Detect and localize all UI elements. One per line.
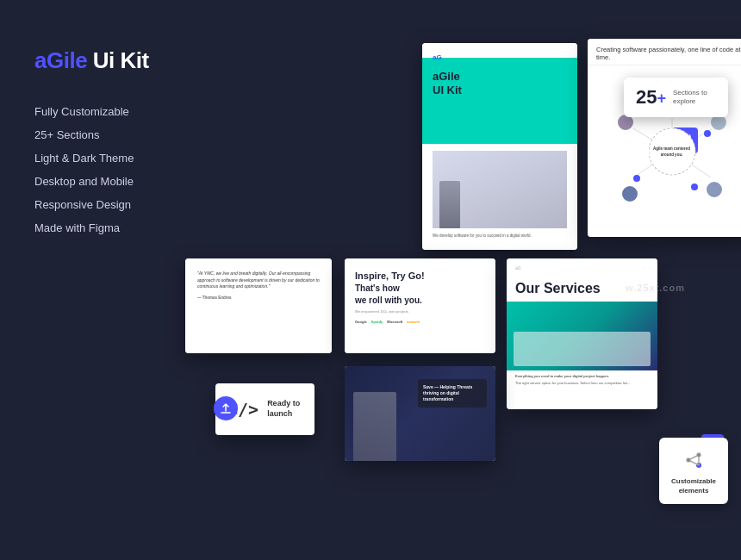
logo-google: Google bbox=[355, 320, 367, 324]
services-header: aG · · · bbox=[507, 258, 657, 277]
accent-dot-3 bbox=[691, 184, 698, 190]
feature-item: 25+ Sections bbox=[34, 123, 149, 146]
card-quote: "At YMC, we live and breath digitally. O… bbox=[185, 258, 332, 353]
card-main: Creating software passionately, one line… bbox=[588, 39, 741, 237]
logo-microsoft: Microsoft bbox=[387, 320, 402, 324]
feature-item: Fully Customizable bbox=[34, 100, 149, 123]
svg-line-11 bbox=[688, 455, 699, 460]
card-services: aG · · · Our Services Everything you nee… bbox=[507, 258, 657, 409]
photo-overlay-title: Save — Helping Threats thriving on digit… bbox=[423, 384, 482, 402]
card-brand: aG bbox=[433, 53, 442, 61]
badge-sections: 25 + Sections to explore bbox=[624, 78, 728, 117]
feature-list: Fully Customizable 25+ Sections Light & … bbox=[34, 100, 149, 240]
card-inspire-inner: Inspire, Try Go! That's howwe roll with … bbox=[345, 258, 495, 353]
quote-author: — Thomas Endres bbox=[197, 296, 320, 300]
watermark: w.25xt.com bbox=[626, 283, 685, 293]
svg-point-14 bbox=[687, 458, 690, 462]
accent-dot-2 bbox=[704, 130, 711, 137]
card-nav: · · · bbox=[561, 55, 567, 60]
logo-uikit: Ui Kit bbox=[87, 47, 149, 73]
badge-desc: Sections to explore bbox=[673, 89, 716, 107]
badge-plus: + bbox=[657, 90, 666, 108]
sidebar: aGile Ui Kit Fully Customizable 25+ Sect… bbox=[34, 47, 149, 240]
svg-line-12 bbox=[688, 460, 699, 465]
feature-item: Desktop and Mobile bbox=[34, 170, 149, 193]
custom-icon bbox=[680, 446, 707, 474]
badge-number: 25 bbox=[636, 86, 657, 109]
center-label: Agile team centered around you. bbox=[649, 146, 694, 158]
card-photo-inner: Save — Helping Threats thriving on digit… bbox=[345, 366, 495, 461]
quote-text: "At YMC, we live and breath digitally. O… bbox=[197, 271, 320, 290]
logo-agile: aGile bbox=[34, 47, 87, 73]
badge-custom: Customizable elements bbox=[659, 438, 728, 504]
custom-label: Customizable elements bbox=[669, 477, 718, 495]
feature-item: Light & Dark Theme bbox=[34, 146, 149, 170]
inspire-logos: Google Spotify Microsoft amazon bbox=[355, 320, 485, 324]
logo-amazon: amazon bbox=[407, 320, 420, 324]
card-services-inner: aG · · · Our Services Everything you nee… bbox=[507, 258, 657, 409]
inspire-line1: Inspire, Try Go! bbox=[355, 271, 425, 281]
feature-item: Responsive Design bbox=[34, 193, 149, 216]
code-label: Ready to launch bbox=[267, 399, 302, 419]
hero-title-line1: aGile bbox=[433, 70, 462, 84]
services-image bbox=[507, 302, 657, 370]
inspire-sub: We empowered 150+ start projects bbox=[355, 309, 485, 314]
logo-spotify: Spotify bbox=[371, 320, 383, 324]
logo-area: aGile Ui Kit bbox=[34, 47, 149, 74]
feature-item: Made with Figma bbox=[34, 216, 149, 240]
card-photo-overlay: Save — Helping Threats thriving on digit… bbox=[418, 379, 487, 408]
card-photo: Save — Helping Threats thriving on digit… bbox=[345, 366, 495, 461]
center-circle: Agile team centered around you. bbox=[648, 128, 695, 176]
card-inspire: Inspire, Try Go! That's howwe roll with … bbox=[345, 258, 495, 353]
upload-icon-svg bbox=[220, 402, 232, 414]
services-img-block bbox=[514, 332, 651, 366]
hero-img-overlay bbox=[433, 151, 567, 228]
accent-dot-1 bbox=[633, 175, 640, 182]
services-brand: aG bbox=[515, 265, 521, 271]
avatar-node-4 bbox=[620, 184, 639, 203]
hero-desc: We develop software for you to succeed i… bbox=[433, 233, 567, 240]
hero-title-line2: UI Kit bbox=[433, 84, 462, 97]
inspire-title: Inspire, Try Go! That's howwe roll with … bbox=[355, 271, 485, 306]
card-hero: aG · · · aGile UI Kit We develop softwar… bbox=[422, 43, 577, 250]
services-desc-main: Everything you need to make your digital… bbox=[515, 374, 649, 379]
avatar-node-3 bbox=[705, 180, 724, 199]
logo: aGile Ui Kit bbox=[34, 47, 149, 73]
card-hero-image bbox=[433, 151, 567, 228]
svg-point-15 bbox=[697, 453, 701, 457]
services-nav: · · · bbox=[643, 265, 649, 271]
badge-number-group: 25 + bbox=[636, 86, 666, 109]
services-desc: Everything you need to make your digital… bbox=[507, 370, 657, 389]
services-desc-detail: The right service option for your busine… bbox=[515, 381, 649, 386]
card-quote-inner: "At YMC, we live and breath digitally. O… bbox=[185, 258, 332, 353]
card-hero-title: aGile UI Kit bbox=[433, 70, 462, 96]
card-hero-content: aG · · · aGile UI Kit We develop softwar… bbox=[422, 43, 577, 250]
upload-icon bbox=[214, 396, 238, 420]
inspire-line2: That's howwe roll with you. bbox=[355, 283, 422, 305]
card-hero-teal: aGile UI Kit bbox=[422, 58, 577, 144]
card-main-header: Creating software passionately, one line… bbox=[588, 39, 741, 65]
